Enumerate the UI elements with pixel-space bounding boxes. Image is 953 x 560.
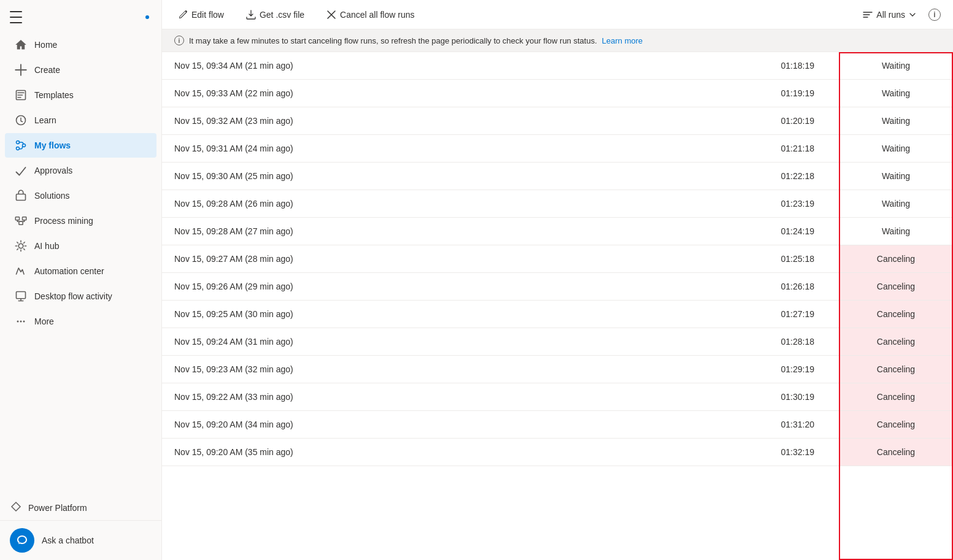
sidebar-item-process-mining[interactable]: Process mining bbox=[5, 209, 156, 233]
sidebar-item-label-home: Home bbox=[34, 40, 147, 50]
info-bar-message: It may take a few minutes to start cance… bbox=[189, 36, 597, 45]
home-icon bbox=[15, 39, 27, 51]
sidebar-item-solutions[interactable]: Solutions bbox=[5, 183, 156, 208]
toolbar-info-button[interactable]: i bbox=[928, 9, 941, 21]
table-row: Nov 15, 09:31 AM (24 min ago) 01:21:18 W… bbox=[162, 135, 953, 163]
sidebar-item-automation-center[interactable]: Automation center bbox=[5, 259, 156, 283]
svg-rect-10 bbox=[17, 292, 26, 299]
sidebar-item-desktop-flow-activity[interactable]: Desktop flow activity bbox=[5, 284, 156, 309]
cancel-icon bbox=[326, 10, 336, 20]
run-duration: 01:32:19 bbox=[616, 439, 839, 466]
plus-icon bbox=[15, 64, 27, 76]
run-started: Nov 15, 09:31 AM (24 min ago) bbox=[162, 135, 616, 163]
run-duration: 01:30:19 bbox=[616, 383, 839, 411]
run-duration: 01:21:18 bbox=[616, 135, 839, 163]
run-duration: 01:23:19 bbox=[616, 190, 839, 218]
sidebar-item-templates[interactable]: Templates bbox=[5, 83, 156, 107]
sidebar-item-label-templates: Templates bbox=[34, 90, 147, 100]
run-started: Nov 15, 09:20 AM (34 min ago) bbox=[162, 411, 616, 439]
power-platform-item[interactable]: Power Platform bbox=[0, 496, 161, 520]
all-runs-button[interactable]: All runs bbox=[858, 7, 921, 22]
toolbar-right: All runs i bbox=[858, 7, 941, 22]
nav-items: Home Create Templates Learn My flows bbox=[0, 29, 161, 496]
chatbot-button[interactable] bbox=[10, 528, 34, 553]
run-status: Canceling bbox=[839, 301, 953, 328]
toolbar: Edit flow Get .csv file Cancel all flow … bbox=[162, 0, 953, 29]
templates-icon bbox=[15, 89, 27, 101]
svg-point-4 bbox=[17, 147, 20, 150]
table-row: Nov 15, 09:30 AM (25 min ago) 01:22:18 W… bbox=[162, 163, 953, 190]
run-duration: 01:18:19 bbox=[616, 52, 839, 80]
desktop-icon bbox=[15, 290, 27, 302]
sidebar-item-label-process-mining: Process mining bbox=[34, 216, 147, 226]
sidebar-item-create[interactable]: Create bbox=[5, 58, 156, 82]
learn-icon bbox=[15, 114, 27, 126]
sidebar-item-more[interactable]: More bbox=[5, 309, 156, 334]
svg-rect-5 bbox=[17, 194, 26, 201]
run-started: Nov 15, 09:32 AM (23 min ago) bbox=[162, 107, 616, 135]
run-status: Waiting bbox=[839, 107, 953, 135]
svg-point-11 bbox=[17, 321, 19, 323]
run-status: Canceling bbox=[839, 328, 953, 356]
run-duration: 01:22:18 bbox=[616, 163, 839, 190]
table-row: Nov 15, 09:27 AM (28 min ago) 01:25:18 C… bbox=[162, 245, 953, 273]
sidebar-footer: Ask a chatbot bbox=[0, 520, 161, 560]
solutions-icon bbox=[15, 190, 27, 202]
run-status: Waiting bbox=[839, 135, 953, 163]
run-status: Canceling bbox=[839, 356, 953, 383]
run-duration: 01:28:18 bbox=[616, 328, 839, 356]
power-platform-icon bbox=[10, 501, 22, 515]
sidebar-item-ai-hub[interactable]: AI hub bbox=[5, 234, 156, 258]
cancel-all-label: Cancel all flow runs bbox=[340, 10, 414, 20]
ai-icon bbox=[15, 240, 27, 252]
table-row: Nov 15, 09:28 AM (27 min ago) 01:24:19 W… bbox=[162, 218, 953, 245]
table-area: Nov 15, 09:34 AM (21 min ago) 01:18:19 W… bbox=[162, 52, 953, 560]
run-duration: 01:26:18 bbox=[616, 273, 839, 301]
sidebar-item-learn[interactable]: Learn bbox=[5, 108, 156, 132]
edit-icon bbox=[178, 10, 188, 20]
all-runs-label: All runs bbox=[876, 10, 905, 20]
run-duration: 01:19:19 bbox=[616, 80, 839, 107]
run-status: Waiting bbox=[839, 218, 953, 245]
run-started: Nov 15, 09:23 AM (32 min ago) bbox=[162, 356, 616, 383]
menu-icon[interactable] bbox=[10, 11, 22, 23]
get-csv-label: Get .csv file bbox=[260, 10, 304, 20]
chatbot-label: Ask a chatbot bbox=[42, 535, 94, 545]
run-started: Nov 15, 09:27 AM (28 min ago) bbox=[162, 245, 616, 273]
sidebar-header bbox=[0, 5, 161, 29]
svg-point-9 bbox=[18, 244, 23, 248]
run-status: Canceling bbox=[839, 439, 953, 466]
sidebar-item-label-ai-hub: AI hub bbox=[34, 241, 147, 251]
run-duration: 01:31:20 bbox=[616, 411, 839, 439]
learn-more-link[interactable]: Learn more bbox=[602, 36, 642, 45]
sidebar-item-home[interactable]: Home bbox=[5, 33, 156, 57]
sidebar-item-my-flows[interactable]: My flows bbox=[5, 133, 156, 158]
table-row: Nov 15, 09:20 AM (35 min ago) 01:32:19 C… bbox=[162, 439, 953, 466]
table-row: Nov 15, 09:22 AM (33 min ago) 01:30:19 C… bbox=[162, 383, 953, 411]
info-bar: i It may take a few minutes to start can… bbox=[162, 29, 953, 52]
svg-point-12 bbox=[20, 321, 22, 323]
run-started: Nov 15, 09:30 AM (25 min ago) bbox=[162, 163, 616, 190]
sidebar-item-label-my-flows: My flows bbox=[34, 140, 147, 150]
table-row: Nov 15, 09:23 AM (32 min ago) 01:29:19 C… bbox=[162, 356, 953, 383]
run-duration: 01:27:19 bbox=[616, 301, 839, 328]
run-status: Canceling bbox=[839, 411, 953, 439]
run-started: Nov 15, 09:20 AM (35 min ago) bbox=[162, 439, 616, 466]
table-row: Nov 15, 09:25 AM (30 min ago) 01:27:19 C… bbox=[162, 301, 953, 328]
flows-icon bbox=[15, 139, 27, 152]
main-content: Edit flow Get .csv file Cancel all flow … bbox=[162, 0, 953, 560]
info-bar-icon: i bbox=[174, 36, 184, 45]
table-row: Nov 15, 09:26 AM (29 min ago) 01:26:18 C… bbox=[162, 273, 953, 301]
table-row: Nov 15, 09:20 AM (34 min ago) 01:31:20 C… bbox=[162, 411, 953, 439]
run-status: Canceling bbox=[839, 273, 953, 301]
sidebar: Home Create Templates Learn My flows bbox=[0, 0, 162, 560]
sidebar-dot bbox=[145, 15, 149, 19]
run-duration: 01:24:19 bbox=[616, 218, 839, 245]
get-csv-button[interactable]: Get .csv file bbox=[242, 7, 308, 22]
run-started: Nov 15, 09:34 AM (21 min ago) bbox=[162, 52, 616, 80]
edit-flow-button[interactable]: Edit flow bbox=[174, 7, 228, 22]
sidebar-item-label-approvals: Approvals bbox=[34, 166, 147, 175]
sidebar-item-approvals[interactable]: Approvals bbox=[5, 158, 156, 183]
sidebar-item-label-learn: Learn bbox=[34, 115, 147, 125]
cancel-all-button[interactable]: Cancel all flow runs bbox=[323, 7, 418, 22]
